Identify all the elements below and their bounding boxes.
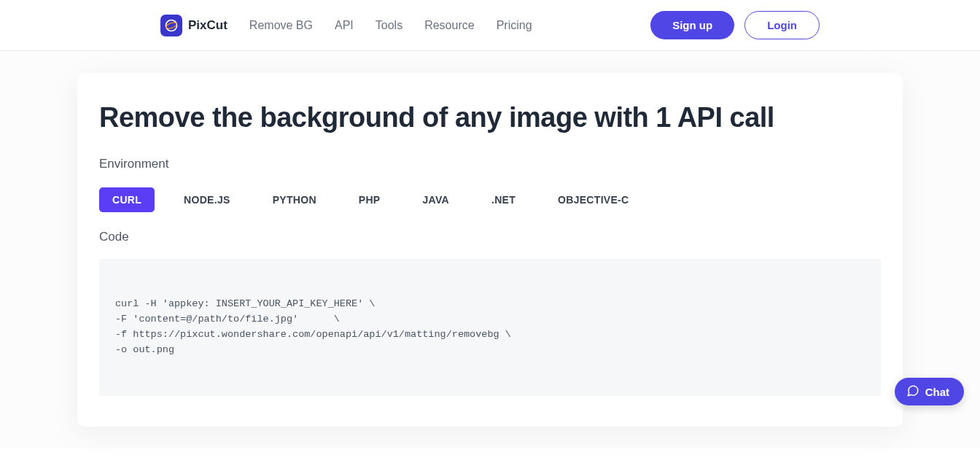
environment-label: Environment [99, 157, 881, 171]
brand-logo[interactable]: PixCut [160, 15, 228, 36]
auth-buttons: Sign up Login [650, 11, 820, 39]
nav-resource[interactable]: Resource [424, 19, 474, 32]
login-button[interactable]: Login [744, 11, 820, 39]
environment-tabs: CURL NODE.JS PYTHON PHP JAVA .NET OBJECT… [99, 187, 881, 212]
code-label: Code [99, 230, 881, 244]
api-card: Remove the background of any image with … [77, 73, 903, 427]
nav-tools[interactable]: Tools [376, 19, 402, 32]
brand-name: PixCut [188, 18, 228, 33]
tab-dotnet[interactable]: .NET [478, 187, 529, 212]
tab-curl[interactable]: CURL [99, 187, 155, 212]
tab-node[interactable]: NODE.JS [171, 187, 244, 212]
main-nav: Remove BG API Tools Resource Pricing [249, 19, 650, 32]
tab-objective-c[interactable]: OBJECTIVE-C [545, 187, 642, 212]
content-area: Remove the background of any image with … [0, 51, 980, 448]
signup-button[interactable]: Sign up [650, 11, 734, 39]
nav-api[interactable]: API [335, 19, 354, 32]
tab-php[interactable]: PHP [346, 187, 394, 212]
chat-icon [906, 384, 919, 400]
tab-python[interactable]: PYTHON [260, 187, 330, 212]
nav-remove-bg[interactable]: Remove BG [249, 19, 313, 32]
nav-pricing[interactable]: Pricing [497, 19, 532, 32]
page-title: Remove the background of any image with … [99, 102, 881, 133]
chat-button[interactable]: Chat [895, 378, 964, 405]
svg-point-0 [166, 20, 177, 31]
logo-icon [160, 15, 182, 36]
code-block[interactable]: curl -H 'appkey: INSERT_YOUR_API_KEY_HER… [99, 259, 881, 396]
tab-java[interactable]: JAVA [409, 187, 462, 212]
chat-label: Chat [925, 386, 949, 398]
header: PixCut Remove BG API Tools Resource Pric… [0, 0, 980, 51]
